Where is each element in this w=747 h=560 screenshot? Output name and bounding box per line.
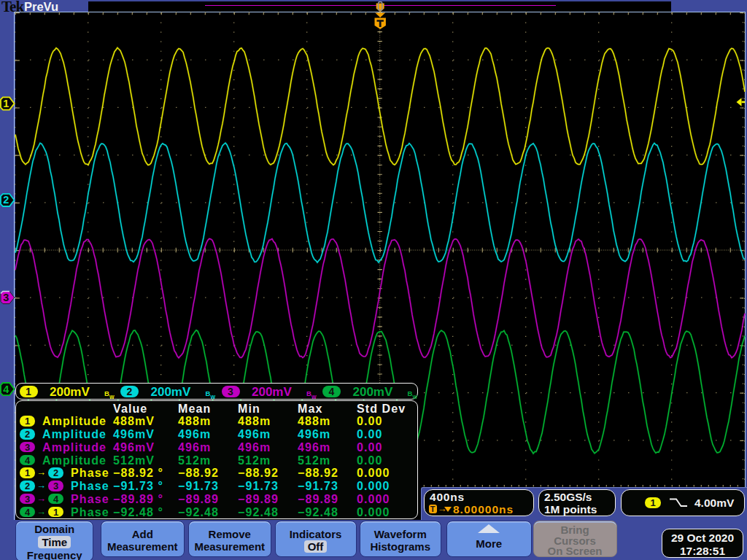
svg-text:1: 1 bbox=[3, 98, 9, 109]
svg-text:2: 2 bbox=[3, 194, 9, 206]
svg-text:4: 4 bbox=[3, 384, 9, 395]
svg-text:3: 3 bbox=[3, 292, 9, 303]
